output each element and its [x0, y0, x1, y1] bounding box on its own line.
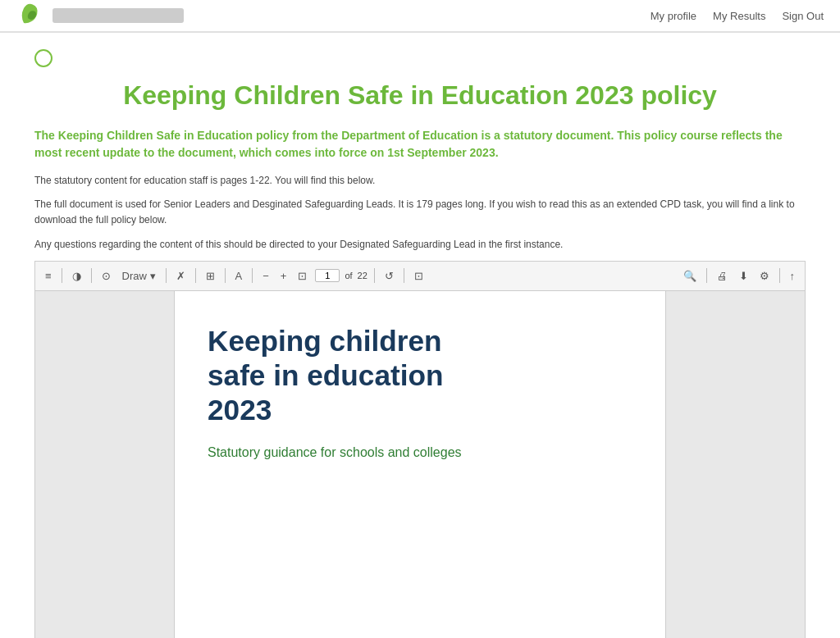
content-area: Keeping Children Safe in Education 2023 …	[10, 33, 830, 638]
pdf-toolbar-right: 🔍 🖨 ⬇ ⚙ ↑	[680, 268, 799, 284]
logo-icon	[16, 1, 46, 30]
pdf-right-panel	[665, 291, 805, 638]
toolbar-list-btn[interactable]: ≡	[42, 268, 55, 284]
pdf-left-panel	[35, 291, 175, 638]
toolbar-search-btn[interactable]: 🔍	[680, 268, 700, 284]
pdf-document-title: Keeping children safe in education 2023	[208, 324, 632, 428]
pdf-content-area: Keeping children safe in education 2023 …	[35, 291, 805, 638]
page-of-label: of	[345, 271, 352, 280]
separator-7	[374, 268, 375, 283]
toolbar-fit-btn[interactable]: ⊡	[294, 268, 310, 284]
separator-10	[779, 268, 780, 283]
separator-8	[404, 268, 404, 283]
separator-3	[166, 268, 167, 283]
nav-my-results[interactable]: My Results	[713, 10, 765, 22]
page-number-input[interactable]	[315, 269, 340, 282]
toolbar-draw-btn[interactable]: Draw ▾	[119, 268, 159, 284]
pdf-main-page[interactable]: Keeping children safe in education 2023 …	[175, 291, 665, 638]
nav-links: My profile My Results Sign Out	[651, 10, 824, 22]
para-2: The full document is used for Senior Lea…	[34, 197, 806, 228]
nav-my-profile[interactable]: My profile	[651, 10, 696, 22]
toolbar-zoom-in-btn[interactable]: +	[277, 268, 290, 284]
para-1: The statutory content for education staf…	[34, 173, 806, 189]
logo-area	[16, 1, 184, 30]
page-total: 22	[358, 271, 368, 280]
toolbar-scrollbar-btn[interactable]: ↑	[787, 268, 799, 284]
nav-sign-out[interactable]: Sign Out	[782, 10, 824, 22]
toolbar-filter-btn[interactable]: ⊙	[98, 268, 114, 284]
separator-5	[225, 268, 226, 283]
toolbar-columns-btn[interactable]: ⊞	[203, 268, 218, 284]
pdf-title-line2: safe in education	[208, 359, 443, 391]
draw-label: Draw	[122, 270, 147, 282]
loading-icon	[34, 49, 52, 67]
toolbar-settings-btn[interactable]: ⚙	[756, 268, 773, 284]
logo-bar	[52, 8, 184, 23]
intro-paragraph: The Keeping Children Safe in Education p…	[34, 127, 806, 162]
pdf-toolbar-left: ≡ ◑ ⊙ Draw ▾ ✗ ⊞ A − + ⊡	[42, 268, 675, 284]
toolbar-rotate-btn[interactable]: ↺	[381, 268, 397, 284]
para-3: Any questions regarding the content of t…	[34, 237, 806, 253]
pdf-viewer: ≡ ◑ ⊙ Draw ▾ ✗ ⊞ A − + ⊡	[34, 261, 806, 638]
pdf-toolbar: ≡ ◑ ⊙ Draw ▾ ✗ ⊞ A − + ⊡	[35, 262, 805, 291]
pdf-document-subtitle: Statutory guidance for schools and colle…	[208, 444, 632, 462]
page-title: Keeping Children Safe in Education 2023 …	[34, 80, 806, 111]
toolbar-download-btn[interactable]: ⬇	[736, 268, 751, 284]
pdf-title-line3: 2023	[208, 394, 272, 426]
separator-2	[91, 268, 92, 283]
separator-6	[252, 268, 253, 283]
toolbar-print-btn[interactable]: 🖨	[714, 268, 731, 284]
top-bar: My profile My Results Sign Out	[0, 0, 840, 33]
toolbar-font-btn[interactable]: A	[232, 268, 246, 284]
toolbar-spread-btn[interactable]: ⊡	[411, 268, 427, 284]
separator-4	[195, 268, 196, 283]
pdf-title-line1: Keeping children	[208, 325, 441, 357]
toolbar-eraser-btn[interactable]: ✗	[173, 268, 189, 284]
toolbar-highlight-btn[interactable]: ◑	[69, 268, 84, 284]
toolbar-zoom-out-btn[interactable]: −	[259, 268, 272, 284]
separator-9	[706, 268, 707, 283]
pdf-page-content: Keeping children safe in education 2023 …	[208, 324, 632, 463]
separator-1	[62, 268, 62, 283]
